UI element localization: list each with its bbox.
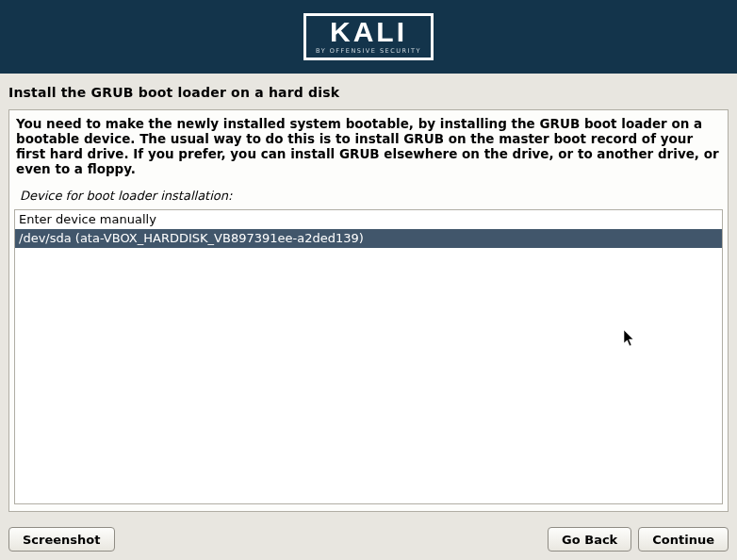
go-back-button[interactable]: Go Back (548, 527, 631, 552)
device-subhead: Device for boot loader installation: (14, 181, 723, 206)
continue-button[interactable]: Continue (638, 527, 729, 552)
button-bar: Screenshot Go Back Continue (0, 519, 737, 560)
logo-main-text: KALI (316, 18, 421, 46)
content-panel: You need to make the newly installed sys… (8, 109, 729, 512)
logo-sub-text: BY OFFENSIVE SECURITY (316, 48, 421, 58)
page-title: Install the GRUB boot loader on a hard d… (0, 74, 737, 109)
device-option[interactable]: Enter device manually (15, 210, 722, 229)
screenshot-button[interactable]: Screenshot (8, 527, 115, 552)
kali-logo: KALI BY OFFENSIVE SECURITY (303, 13, 434, 60)
header: KALI BY OFFENSIVE SECURITY (0, 0, 737, 74)
instructions-text: You need to make the newly installed sys… (14, 117, 723, 181)
device-option[interactable]: /dev/sda (ata-VBOX_HARDDISK_VB897391ee-a… (15, 229, 722, 248)
device-list[interactable]: Enter device manually/dev/sda (ata-VBOX_… (14, 209, 723, 504)
